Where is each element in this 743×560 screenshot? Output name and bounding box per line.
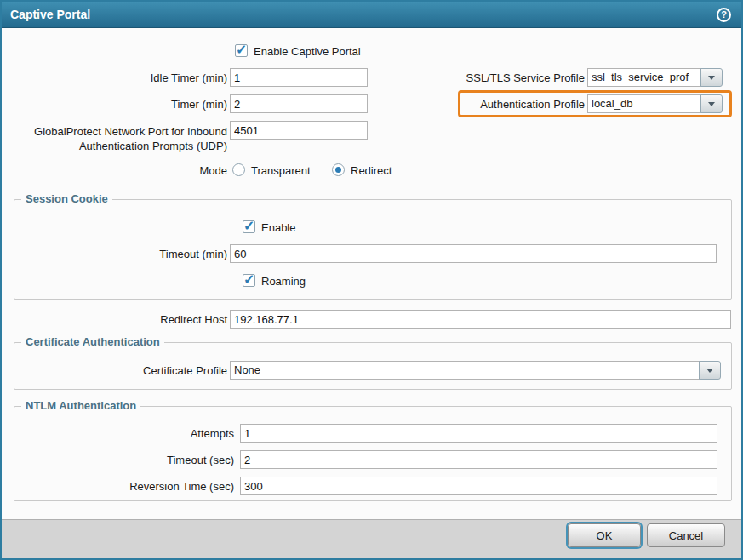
timer-input[interactable] (230, 94, 368, 113)
gp-port-label: GlobalProtect Network Port for Inbound A… (13, 124, 227, 153)
ssl-tls-profile-dropdown[interactable]: ssl_tls_service_prof (587, 68, 723, 87)
auth-profile-label: Authentication Profile (372, 98, 585, 111)
enable-captive-portal-label: Enable Captive Portal (254, 45, 361, 58)
idle-timer-label: Idle Timer (min) (14, 71, 227, 84)
help-icon[interactable]: ? (717, 8, 731, 22)
auth-profile-value[interactable]: local_db (587, 94, 701, 113)
certificate-profile-dropdown-button[interactable] (699, 361, 721, 380)
ssl-tls-dropdown-button[interactable] (700, 68, 723, 87)
ntlm-attempts-input[interactable] (240, 424, 717, 443)
session-cookie-timeout-input[interactable] (230, 244, 717, 263)
roaming-label: Roaming (261, 275, 306, 288)
ntlm-timeout-input[interactable] (240, 450, 717, 469)
ntlm-reversion-label: Reversion Time (sec) (21, 480, 234, 493)
dialog-titlebar: Captive Portal ? (2, 2, 741, 28)
mode-transparent-radio[interactable] (232, 163, 245, 176)
certificate-profile-label: Certificate Profile (14, 364, 227, 377)
auth-profile-dropdown[interactable]: local_db (587, 94, 723, 113)
chevron-down-icon (708, 102, 715, 106)
ntlm-reversion-input[interactable] (240, 477, 717, 495)
ntlm-timeout-label: Timeout (sec) (21, 454, 234, 466)
ssl-tls-profile-label: SSL/TLS Service Profile (372, 71, 585, 84)
redirect-host-input[interactable] (230, 310, 731, 329)
redirect-host-label: Redirect Host (14, 313, 227, 326)
gp-port-input[interactable] (230, 121, 368, 140)
dialog-title: Captive Portal (10, 8, 90, 21)
mode-label: Mode (14, 164, 227, 177)
certificate-profile-value[interactable]: None (230, 361, 700, 380)
auth-profile-dropdown-button[interactable] (700, 94, 723, 113)
mode-redirect-label: Redirect (351, 164, 392, 177)
session-cookie-legend: Session Cookie (21, 192, 112, 205)
mode-transparent-label: Transparent (251, 164, 311, 177)
session-cookie-enable-checkbox[interactable] (243, 220, 255, 233)
ntlm-attempts-label: Attempts (21, 427, 234, 440)
chevron-down-icon (706, 369, 713, 373)
chevron-down-icon (708, 76, 715, 80)
cancel-button[interactable]: Cancel (647, 523, 725, 547)
session-cookie-timeout-label: Timeout (min) (14, 248, 227, 260)
idle-timer-input[interactable] (230, 68, 368, 87)
certificate-auth-legend: Certificate Authentication (21, 335, 164, 348)
ok-button[interactable]: OK (568, 523, 641, 547)
timer-label: Timer (min) (14, 98, 227, 111)
roaming-checkbox[interactable] (243, 274, 255, 287)
ssl-tls-profile-value[interactable]: ssl_tls_service_prof (587, 68, 701, 87)
enable-captive-portal-checkbox[interactable] (235, 44, 248, 57)
captive-portal-dialog: Captive Portal ? Enable Captive Portal I… (0, 0, 743, 560)
ntlm-auth-legend: NTLM Authentication (21, 399, 140, 412)
certificate-profile-dropdown[interactable]: None (230, 361, 721, 380)
mode-redirect-radio[interactable] (332, 163, 345, 176)
session-cookie-enable-label: Enable (261, 221, 295, 234)
